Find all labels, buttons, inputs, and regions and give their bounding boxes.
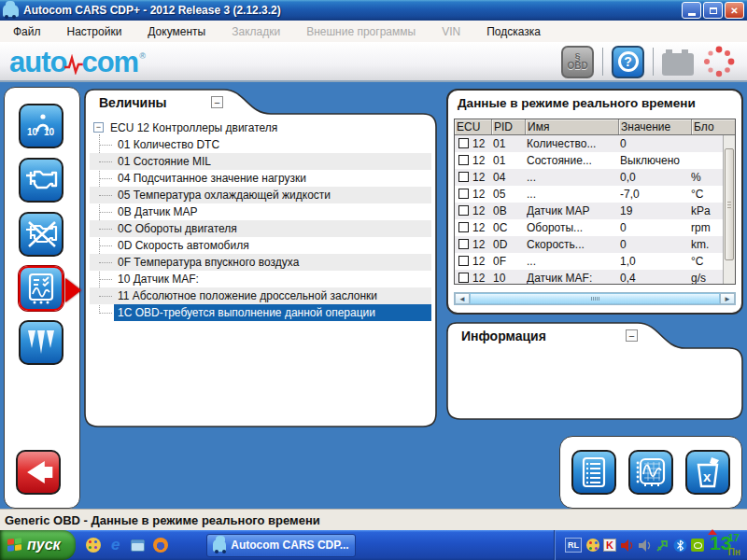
row-checkbox[interactable]	[458, 138, 469, 148]
firefox-icon[interactable]	[152, 537, 169, 553]
back-button[interactable]	[16, 450, 61, 495]
table-row[interactable]: 120BДатчик MAP19kPa	[455, 203, 735, 219]
sidebar-button-engine-clear[interactable]	[19, 212, 63, 257]
table-row[interactable]: 120CОбороты...0rpm	[455, 219, 735, 236]
cell-name: ...	[527, 186, 620, 203]
row-checkbox[interactable]	[458, 222, 469, 232]
column-header[interactable]: Значение	[619, 119, 692, 134]
menu-item[interactable]: Документы	[148, 25, 205, 38]
tree-item[interactable]: 01 Состояние MIL	[90, 153, 431, 170]
minimize-button[interactable]	[682, 2, 701, 19]
tree-item[interactable]: 0D Скорость автомобиля	[90, 237, 431, 254]
tree-item[interactable]: 0B Датчик MAP	[90, 203, 431, 220]
tree-item[interactable]: 01 Количество DTC	[90, 136, 431, 153]
graph-button[interactable]	[628, 450, 673, 495]
table-row[interactable]: 120DСкорость...0km.	[455, 236, 735, 253]
palette-icon[interactable]	[585, 539, 599, 553]
column-header[interactable]: Имя	[526, 119, 619, 134]
cell-pid: 0B	[493, 203, 527, 219]
restore-button[interactable]	[703, 2, 723, 19]
row-checkbox[interactable]	[458, 172, 469, 182]
logo-text-com: com	[81, 46, 138, 79]
clock-day: Пн	[728, 547, 740, 557]
row-checkbox[interactable]	[458, 189, 469, 199]
system-tray: RL K 13 17 Пн	[555, 530, 747, 560]
close-button[interactable]: ✕	[725, 2, 744, 19]
kaspersky-icon[interactable]: K	[603, 539, 616, 552]
table-row[interactable]: 120F...1,0°C	[455, 253, 735, 270]
palette-icon[interactable]	[85, 537, 102, 553]
tree-item[interactable]: 04 Подсчитанное значение нагрузки	[90, 170, 431, 187]
graph-icon	[634, 455, 668, 489]
taskbar-app-button[interactable]: Autocom CARS CDP...	[206, 534, 356, 557]
tree-root[interactable]: −ECU 12 Контроллеры двигателя	[90, 119, 431, 136]
delete-button[interactable]: x	[685, 450, 730, 495]
tree-item[interactable]: 11 Абсолютное положение дроссельной засл…	[90, 287, 431, 304]
cell-val: 1,0	[620, 253, 691, 270]
vertical-scrollbar-thumb[interactable]	[725, 148, 734, 260]
info-collapse-button[interactable]: −	[626, 329, 638, 342]
language-indicator[interactable]: RL	[565, 538, 582, 553]
table-row[interactable]: 1201Количество...0	[455, 135, 735, 152]
pulse-icon	[64, 54, 83, 75]
column-header[interactable]: Бло	[692, 119, 735, 134]
help-button[interactable]: ?	[612, 46, 644, 78]
column-header[interactable]: ECU	[455, 119, 492, 134]
scroll-right-button[interactable]: ►	[720, 293, 735, 304]
table-row[interactable]: 1204...0,0%	[455, 169, 735, 186]
values-collapse-button[interactable]: −	[211, 96, 223, 108]
column-header[interactable]: PID	[492, 119, 526, 134]
volume-red-icon[interactable]	[620, 539, 634, 553]
sidebar-button-connector-10-10[interactable]: 10 10	[19, 104, 63, 148]
volume-gray-icon[interactable]	[638, 539, 652, 553]
values-tree: −ECU 12 Контроллеры двигателя01 Количест…	[90, 119, 431, 420]
app-car-icon	[213, 539, 227, 552]
cell-pid: 0D	[493, 236, 527, 253]
vertical-scrollbar[interactable]	[723, 135, 735, 284]
cell-pid: 01	[493, 135, 527, 152]
usb-green-icon[interactable]	[655, 539, 669, 553]
sidebar-button-live-data[interactable]	[19, 266, 63, 311]
toolbar: § OBD ?	[561, 45, 736, 78]
row-checkbox[interactable]	[458, 273, 469, 283]
horizontal-scrollbar-thumb[interactable]	[470, 293, 720, 304]
sidebar-button-engine[interactable]	[19, 158, 63, 203]
windows-logo-icon	[7, 538, 22, 553]
cell-val: 0,4	[620, 270, 691, 285]
table-row[interactable]: 1210Датчик MAF:0,4g/s	[455, 270, 735, 285]
tree-item[interactable]: 05 Температура охлаждающей жидкости	[90, 187, 431, 203]
tree-item[interactable]: 10 Датчик MAF:	[90, 271, 431, 287]
sidebar-button-components[interactable]	[19, 320, 63, 365]
tree-expander-icon[interactable]: −	[93, 122, 104, 133]
cell-val: 0,0	[620, 169, 691, 186]
start-button[interactable]: пуск	[0, 530, 76, 560]
messenger-window-icon[interactable]	[130, 537, 147, 553]
row-checkbox[interactable]	[458, 256, 469, 266]
menu-item[interactable]: Файл	[13, 25, 41, 38]
live-data-table: ECUPIDИмяЗначениеБло 1201Количество...01…	[454, 119, 736, 285]
report-list-icon	[579, 455, 609, 489]
horizontal-scrollbar[interactable]: ◄ ►	[454, 292, 736, 305]
report-list-button[interactable]	[571, 450, 616, 495]
row-checkbox[interactable]	[458, 205, 469, 216]
menu-item[interactable]: Подсказка	[486, 25, 541, 38]
row-checkbox[interactable]	[458, 239, 469, 249]
tree-item[interactable]: 0F Температура впускного воздуха	[90, 254, 431, 271]
obd-settings-icon: § OBD	[561, 46, 594, 78]
cell-pid: 0C	[493, 219, 527, 236]
tree-item-selected[interactable]: 1C OBD-требуется выполнение данной опера…	[90, 304, 431, 321]
menu-item[interactable]: Настройки	[67, 25, 122, 38]
row-checkbox[interactable]	[458, 155, 469, 165]
tree-item[interactable]: 0C Обороты двигателя	[90, 220, 431, 237]
table-row[interactable]: 1205...-7,0°C	[455, 186, 735, 203]
sidebar: 10 10	[4, 87, 80, 509]
nvidia-icon[interactable]	[691, 539, 704, 552]
scroll-left-button[interactable]: ◄	[455, 293, 470, 304]
cell-pid: 04	[493, 169, 527, 186]
internet-explorer-icon[interactable]: e	[107, 537, 124, 553]
table-row[interactable]: 1201Состояние...Выключено	[455, 152, 735, 169]
cell-name: Состояние...	[527, 152, 620, 169]
back-arrow-icon	[21, 456, 56, 488]
info-panel-title: Информация	[461, 329, 546, 343]
bluetooth-icon[interactable]	[673, 539, 687, 553]
